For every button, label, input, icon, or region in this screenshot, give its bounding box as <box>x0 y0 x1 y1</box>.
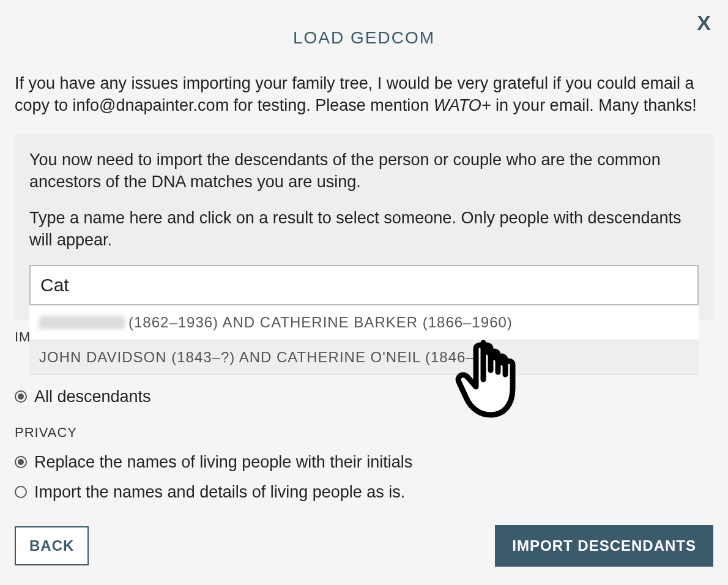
modal-title: LOAD GEDCOM <box>15 28 713 48</box>
radio-label: Replace the names of living people with … <box>34 453 412 472</box>
privacy-section-label: PRIVACY <box>15 425 713 441</box>
dropdown-item-1[interactable]: (1862–1936) AND CATHERINE BARKER (1866–1… <box>29 305 699 340</box>
search-input[interactable] <box>29 265 699 305</box>
import-descendants-button[interactable]: IMPORT DESCENDANTS <box>495 525 713 567</box>
options-block: All descendants PRIVACY Replace the name… <box>15 387 713 567</box>
instruction-1: You now need to import the descendants o… <box>29 149 699 193</box>
dropdown-item-2-text: JOHN DAVIDSON (1843–?) AND CATHERINE O'N… <box>39 349 489 366</box>
radio-all-descendants[interactable]: All descendants <box>15 387 713 406</box>
radio-icon <box>15 486 27 498</box>
search-dropdown: (1862–1936) AND CATHERINE BARKER (1866–1… <box>29 305 699 375</box>
import-section-label-partial: IM <box>15 329 31 345</box>
radio-replace-initials[interactable]: Replace the names of living people with … <box>15 453 713 472</box>
back-button[interactable]: BACK <box>15 526 89 565</box>
radio-icon <box>15 456 27 468</box>
radio-icon <box>15 390 27 403</box>
search-input-wrapper: (1862–1936) AND CATHERINE BARKER (1866–1… <box>29 265 699 305</box>
intro-text: If you have any issues importing your fa… <box>15 72 713 117</box>
dropdown-item-1-text: (1862–1936) AND CATHERINE BARKER (1866–1… <box>128 314 513 331</box>
intro-after: in your email. Many thanks! <box>491 96 697 114</box>
radio-label: Import the names and details of living p… <box>34 483 405 502</box>
radio-import-as-is[interactable]: Import the names and details of living p… <box>15 483 713 502</box>
close-button[interactable]: X <box>697 11 711 35</box>
dropdown-item-2[interactable]: JOHN DAVIDSON (1843–?) AND CATHERINE O'N… <box>29 340 699 375</box>
search-panel: You now need to import the descendants o… <box>15 134 713 320</box>
instruction-2: Type a name here and click on a result t… <box>29 207 699 252</box>
redacted-name <box>39 316 125 329</box>
radio-label: All descendants <box>34 387 151 406</box>
pointer-cursor-icon <box>453 337 526 425</box>
load-gedcom-modal: X LOAD GEDCOM If you have any issues imp… <box>0 0 728 581</box>
button-row: BACK IMPORT DESCENDANTS <box>15 525 713 567</box>
intro-em: WATO+ <box>434 96 491 114</box>
